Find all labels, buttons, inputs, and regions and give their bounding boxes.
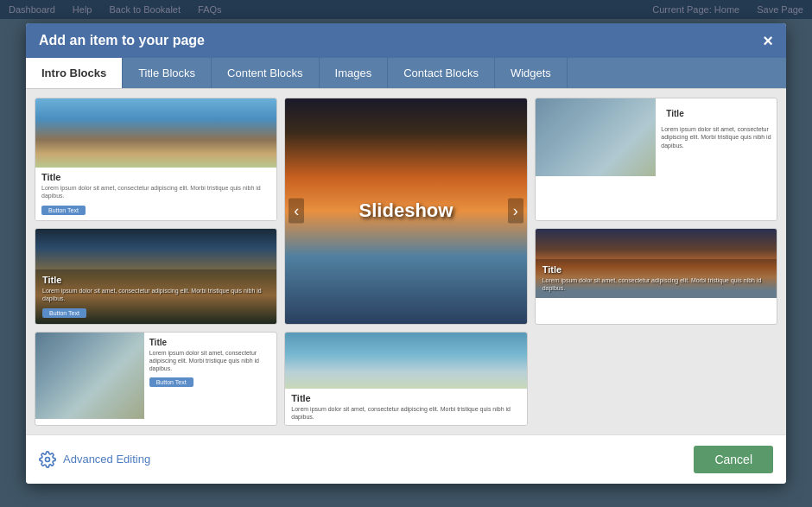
tab-widgets[interactable]: Widgets xyxy=(495,58,568,88)
block-7-title: Title xyxy=(291,393,520,403)
tab-images[interactable]: Images xyxy=(320,58,389,88)
block-6-btn: Button Text xyxy=(149,377,193,387)
block-7-image xyxy=(285,333,526,389)
block-3-text-area: Title Lorem ipsum dolor sit amet, consec… xyxy=(656,98,777,176)
gear-icon xyxy=(39,451,56,468)
tab-content-blocks[interactable]: Content Blocks xyxy=(212,58,319,88)
cancel-button[interactable]: Cancel xyxy=(694,446,773,473)
block-1-image xyxy=(35,98,276,168)
block-1-btn: Button Text xyxy=(41,206,86,215)
block-card-3[interactable]: Title Lorem ipsum dolor sit amet, consec… xyxy=(535,98,777,220)
block-6-text-area: Title Lorem ipsum dolor sit amet, consec… xyxy=(144,333,277,419)
tab-intro-blocks[interactable]: Intro Blocks xyxy=(26,58,123,88)
modal-title: Add an item to your page xyxy=(39,33,205,48)
slideshow-arrow-right[interactable]: › xyxy=(508,199,523,224)
block-6-layout: Title Lorem ipsum dolor sit amet, consec… xyxy=(35,333,276,419)
block-card-slideshow[interactable]: Slideshow ‹ › xyxy=(284,98,527,324)
block-4-btn: Button Text xyxy=(42,308,86,318)
block-card-4[interactable]: Title Lorem ipsum dolor sit amet, consec… xyxy=(35,228,277,325)
slideshow-arrow-left[interactable]: ‹ xyxy=(289,199,304,224)
block-card-7[interactable]: Title Lorem ipsum dolor sit amet, consec… xyxy=(284,332,527,426)
block-7-container: Title Lorem ipsum dolor sit amet, consec… xyxy=(285,333,526,425)
modal-header: Add an item to your page × xyxy=(26,23,786,58)
blocks-grid: Title Lorem ipsum dolor sit amet, consec… xyxy=(35,98,777,425)
modal-dialog: Add an item to your page × Intro Blocks … xyxy=(26,23,786,483)
advanced-editing-link[interactable]: Advanced Editing xyxy=(39,451,150,468)
slideshow-label: Slideshow xyxy=(359,200,454,222)
block-3-image xyxy=(536,98,657,176)
block-1-title: Title xyxy=(41,172,270,182)
modal-footer: Advanced Editing Cancel xyxy=(26,434,786,484)
svg-point-0 xyxy=(46,457,50,461)
block-7-text-area: Title Lorem ipsum dolor sit amet, consec… xyxy=(285,389,526,425)
block-4-overlay: Title Lorem ipsum dolor sit amet, consec… xyxy=(35,269,276,323)
block-4-text: Lorem ipsum dolor sit amet, consectetur … xyxy=(42,287,270,302)
block-5-overlay: Title Lorem ipsum dolor sit amet, consec… xyxy=(536,259,777,297)
block-3-layout: Title Lorem ipsum dolor sit amet, consec… xyxy=(536,98,777,176)
block-5-container: Title Lorem ipsum dolor sit amet, consec… xyxy=(536,229,777,298)
block-card-6[interactable]: Title Lorem ipsum dolor sit amet, consec… xyxy=(35,332,277,426)
block-7-text: Lorem ipsum dolor sit amet, consectetur … xyxy=(291,405,520,421)
tabs-bar: Intro Blocks Title Blocks Content Blocks… xyxy=(26,58,786,89)
block-1-text: Lorem ipsum dolor sit amet, consectetur … xyxy=(41,184,270,200)
modal-close-button[interactable]: × xyxy=(763,32,773,49)
modal-overlay: Add an item to your page × Intro Blocks … xyxy=(0,0,812,507)
advanced-editing-label: Advanced Editing xyxy=(63,453,150,466)
block-card-5[interactable]: Title Lorem ipsum dolor sit amet, consec… xyxy=(535,228,777,325)
block-5-title: Title xyxy=(542,264,770,275)
tab-title-blocks[interactable]: Title Blocks xyxy=(123,58,212,88)
block-3-title: Title xyxy=(661,104,771,124)
block-6-text: Lorem ipsum dolor sit amet, consectetur … xyxy=(149,349,272,372)
tab-contact-blocks[interactable]: Contact Blocks xyxy=(388,58,495,88)
block-4-container: Title Lorem ipsum dolor sit amet, consec… xyxy=(35,229,276,324)
slideshow-card: Slideshow ‹ › xyxy=(285,98,526,323)
block-6-title: Title xyxy=(149,338,272,347)
block-5-text: Lorem ipsum dolor sit amet, consectetur … xyxy=(542,276,770,292)
block-3-text: Lorem ipsum dolor sit amet, consectetur … xyxy=(661,125,771,149)
block-card-1[interactable]: Title Lorem ipsum dolor sit amet, consec… xyxy=(35,98,277,220)
block-6-image xyxy=(35,333,144,419)
blocks-grid-container: Title Lorem ipsum dolor sit amet, consec… xyxy=(26,89,786,434)
block-4-title: Title xyxy=(42,275,270,285)
